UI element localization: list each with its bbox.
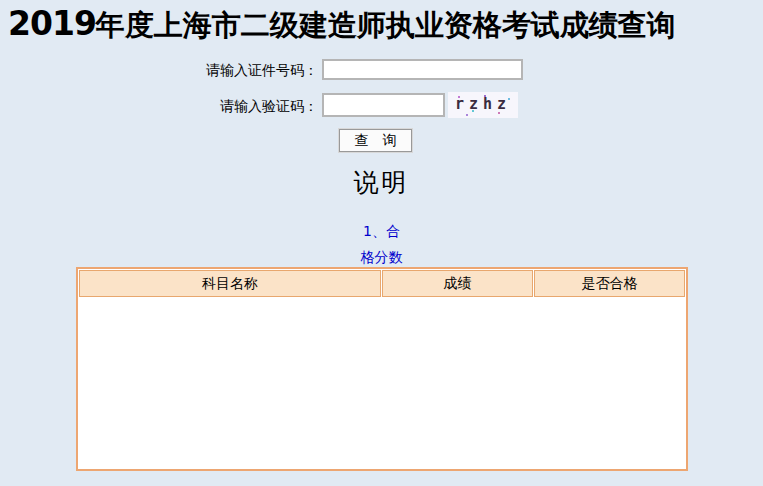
query-button[interactable]: 查 询 [339,129,412,152]
captcha-noise-dot [466,114,468,116]
results-header-score: 成绩 [382,270,533,297]
page-title-year: 2019 [8,4,96,43]
captcha-noise-dot [458,96,460,98]
results-header-pass: 是否合格 [534,270,685,297]
score-query-page: 2019年度上海市二级建造师执业资格考试成绩查询 请输入证件号码： 请输入验证码… [0,0,763,486]
passing-score-link-line1: 1、合 [0,218,763,244]
id-number-label: 请输入证件号码： [206,62,318,80]
captcha-noise-dot [508,98,510,100]
notice-heading: 说明 [0,166,763,199]
id-number-input[interactable] [322,59,523,80]
captcha-noise-dot [498,112,500,114]
results-table-body [78,297,686,469]
results-table-header-row: 科目名称 成绩 是否合格 [78,269,686,297]
captcha-input[interactable] [322,93,445,117]
captcha-noise-dot [472,110,474,112]
page-title: 2019年度上海市二级建造师执业资格考试成绩查询 [8,4,676,46]
captcha-label: 请输入验证码： [220,98,318,116]
results-table: 科目名称 成绩 是否合格 [76,267,688,471]
results-header-subject: 科目名称 [79,270,381,297]
passing-score-link[interactable]: 1、合 格分数 [0,218,763,270]
captcha-noise-dot [484,95,486,97]
page-title-text: 年度上海市二级建造师执业资格考试成绩查询 [96,8,676,42]
captcha-image[interactable]: rzhz [448,92,518,118]
